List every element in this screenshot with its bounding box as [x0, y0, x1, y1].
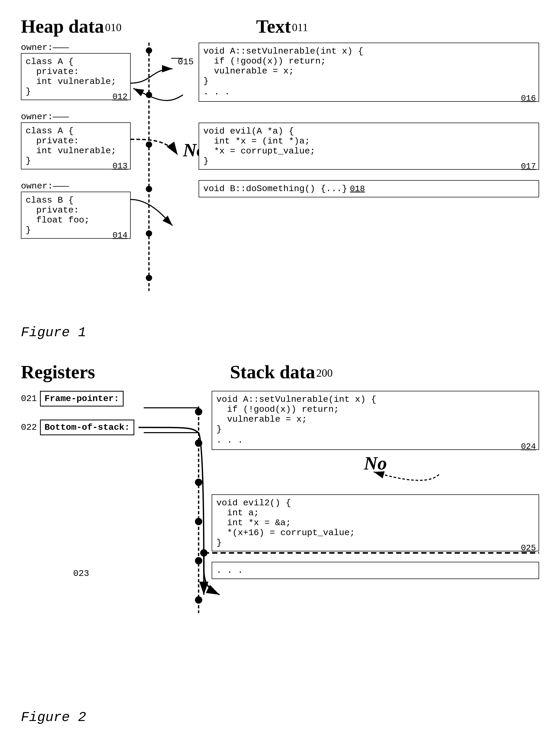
stack-box-setvulnerable: void A::setVulnerable(int x) { if (!good…: [212, 391, 539, 450]
code-box-014: class B { private: float foo; } 014: [21, 192, 131, 239]
code-box-013: class A { private: int vulnerable; } 013: [21, 122, 131, 170]
frame-pointer-box: Frame-pointer:: [40, 391, 124, 407]
figure2-diagram: 021 Frame-pointer: 022 Bottom-of-stack: …: [21, 391, 539, 705]
code-box-012: class A { private: int vulnerable; } 012: [21, 53, 131, 100]
text-box-dosomething: void B::doSomething() {...}018: [199, 180, 539, 197]
text-box-evil: void evil(A *a) { int *x = (int *)a; *x …: [199, 123, 539, 170]
figure2-titles: Registers Stack data 200: [21, 361, 539, 383]
svg-point-14: [195, 440, 202, 447]
stack-box-evil2: void evil2() { int a; int *x = &a; *(x+1…: [212, 494, 539, 551]
svg-point-2: [146, 92, 152, 98]
owner-label-1: owner:———: [21, 43, 131, 52]
reg-021-ref: 021: [21, 394, 37, 404]
figure1-diagram: owner:——— class A { private: int vulnera…: [21, 43, 539, 317]
stack-column: void A::setVulnerable(int x) { if (!good…: [212, 391, 539, 579]
svg-point-20: [200, 549, 207, 557]
text-box-setvulnerable: void A::setVulnerable(int x) { if (!good…: [199, 43, 539, 102]
svg-point-17: [195, 557, 202, 564]
figure2-section: Registers Stack data 200: [21, 361, 539, 725]
owner-label-3: owner:———: [21, 181, 131, 191]
svg-point-13: [195, 408, 202, 415]
register-frame-pointer: 021 Frame-pointer:: [21, 391, 141, 407]
heap-column: owner:——— class A { private: int vulnera…: [21, 43, 131, 251]
svg-point-1: [146, 47, 152, 53]
ref-015: 015: [178, 57, 194, 67]
text-title: Text 011: [256, 16, 308, 37]
stack-box-dots: . . .: [212, 562, 539, 579]
owner-label-2: owner:———: [21, 112, 131, 122]
svg-point-6: [146, 275, 152, 281]
register-bottom-of-stack: 022 Bottom-of-stack:: [21, 419, 141, 435]
svg-point-4: [146, 186, 152, 192]
svg-point-3: [146, 141, 152, 148]
heap-item-1: owner:——— class A { private: int vulnera…: [21, 43, 131, 100]
ref-024: 024: [521, 442, 536, 451]
figure2-label: Figure 2: [21, 710, 539, 725]
bottom-of-stack-box: Bottom-of-stack:: [40, 419, 134, 435]
svg-point-16: [195, 518, 202, 525]
ref-016: 016: [521, 94, 536, 103]
ref-023: 023: [73, 568, 89, 579]
reg-022-ref: 022: [21, 422, 37, 433]
figure1-section: Heap data 010 Text 011: [21, 16, 539, 340]
heap-data-title: Heap data 010: [21, 16, 178, 37]
stack-data-title-container: Stack data 200: [230, 361, 333, 383]
registers-title-container: Registers: [21, 361, 178, 383]
svg-point-5: [146, 230, 152, 236]
figure1-label: Figure 1: [21, 325, 539, 340]
svg-point-15: [195, 479, 202, 486]
ref-025: 025: [521, 543, 536, 553]
registers-column: 021 Frame-pointer: 022 Bottom-of-stack: …: [21, 391, 141, 448]
svg-point-18: [195, 596, 202, 604]
ref-017: 017: [521, 161, 536, 171]
text-column: 015 void A::setVulnerable(int x) { if (!…: [199, 43, 539, 197]
heap-item-3: owner:——— class B { private: float foo; …: [21, 181, 131, 239]
heap-item-2: owner:——— class A { private: int vulnera…: [21, 112, 131, 170]
